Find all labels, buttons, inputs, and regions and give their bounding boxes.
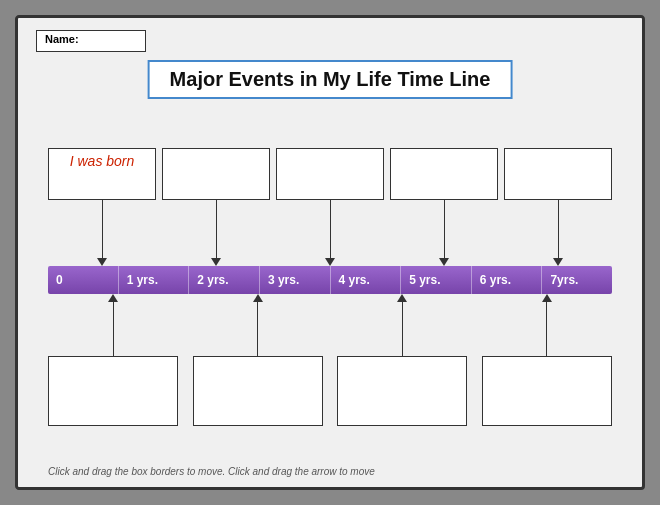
footer-instructions: Click and drag the box borders to move. … <box>48 466 375 477</box>
arrow-up-head-3 <box>397 294 407 302</box>
bottom-box-3[interactable] <box>337 356 467 426</box>
top-event-boxes: I was born <box>48 148 612 200</box>
timeline-label-1: 1 yrs. <box>119 266 190 294</box>
timeline-bar: 0 1 yrs. 2 yrs. 3 yrs. 4 yrs. 5 yrs. 6 y… <box>48 266 612 294</box>
arrow-head-4 <box>439 258 449 266</box>
arrow-up-4 <box>542 294 552 356</box>
timeline-label-4: 4 yrs. <box>331 266 402 294</box>
name-label: Name: <box>45 33 79 45</box>
arrow-down-4 <box>439 200 449 266</box>
bottom-box-1[interactable] <box>48 356 178 426</box>
timeline-label-0: 0 <box>48 266 119 294</box>
title-box: Major Events in My Life Time Line <box>148 60 513 99</box>
top-arrows-group <box>48 200 612 266</box>
worksheet-page: Name: Major Events in My Life Time Line … <box>15 15 645 490</box>
name-field[interactable]: Name: <box>36 30 146 52</box>
arrow-up-head-1 <box>108 294 118 302</box>
arrow-head-3 <box>325 258 335 266</box>
timeline-label-2: 2 yrs. <box>189 266 260 294</box>
event-box-5[interactable] <box>504 148 612 200</box>
arrow-down-5 <box>553 200 563 266</box>
event-box-born[interactable]: I was born <box>48 148 156 200</box>
arrow-up-head-4 <box>542 294 552 302</box>
arrow-down-3 <box>325 200 335 266</box>
event-box-2[interactable] <box>162 148 270 200</box>
timeline-label-7: 7yrs. <box>542 266 612 294</box>
arrow-up-1 <box>108 294 118 356</box>
timeline-label-6: 6 yrs. <box>472 266 543 294</box>
arrow-up-2 <box>253 294 263 356</box>
arrow-down-2 <box>211 200 221 266</box>
bottom-event-boxes <box>48 356 612 426</box>
arrow-down-1 <box>97 200 107 266</box>
event-box-4[interactable] <box>390 148 498 200</box>
bottom-box-4[interactable] <box>482 356 612 426</box>
timeline-label-3: 3 yrs. <box>260 266 331 294</box>
timeline-label-5: 5 yrs. <box>401 266 472 294</box>
arrow-head-2 <box>211 258 221 266</box>
event-box-3[interactable] <box>276 148 384 200</box>
arrow-up-head-2 <box>253 294 263 302</box>
arrow-up-3 <box>397 294 407 356</box>
bottom-arrows-group <box>48 294 612 356</box>
born-label: I was born <box>66 149 139 173</box>
page-title: Major Events in My Life Time Line <box>170 68 491 90</box>
arrow-head-5 <box>553 258 563 266</box>
arrow-head-1 <box>97 258 107 266</box>
bottom-box-2[interactable] <box>193 356 323 426</box>
